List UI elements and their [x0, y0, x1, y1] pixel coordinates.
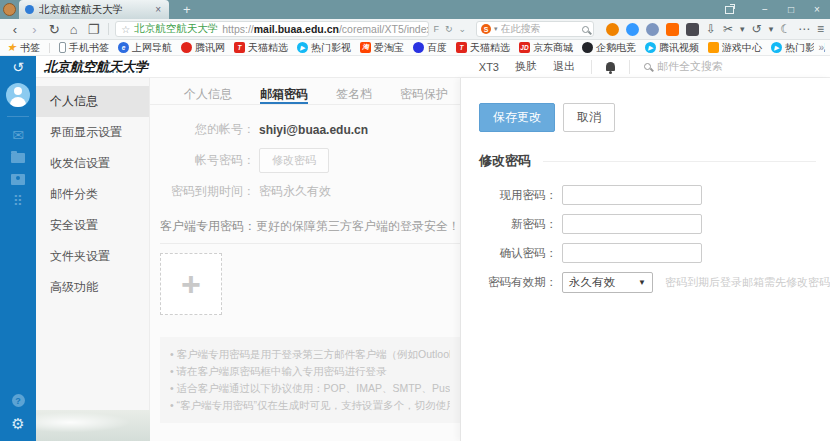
password-row: 帐号密码： 修改密码 — [150, 148, 460, 173]
bookmark-item-taobao[interactable]: 淘爱淘宝 — [360, 41, 404, 55]
bookmark-item-tmall[interactable]: T天猫精选 — [234, 41, 288, 55]
browser-tab[interactable]: 北京航空航天大学 × — [19, 0, 169, 19]
night-mode-moon-icon[interactable]: ☾ — [780, 22, 791, 36]
refresh-icon[interactable]: ↻ — [45, 22, 63, 37]
bookmark-item-penguin-esports[interactable]: 企鹅电竞 — [582, 41, 636, 55]
toolbar-divider — [108, 23, 109, 35]
restore-undo-icon[interactable]: ↺ — [752, 22, 762, 36]
bookmarks-bar: ★书签 手机书签 e上网导航 腾讯网 T天猫精选 ▶热门影视 淘爱淘宝 百度 T… — [0, 40, 830, 56]
tencent-video-favicon: ▶ — [645, 42, 656, 53]
game-center-extension-icon[interactable] — [606, 23, 619, 36]
tmall-favicon: T — [456, 42, 467, 53]
forward-icon[interactable]: › — [26, 22, 44, 37]
notification-bell-icon[interactable] — [606, 62, 615, 71]
favorite-star-icon[interactable]: ☆ — [121, 24, 130, 35]
settings-tabs: 个人信息 邮箱密码 签名档 密码保护 — [150, 78, 460, 105]
search-icon[interactable] — [582, 26, 589, 33]
skin-version-label[interactable]: XT3 — [479, 61, 499, 73]
reading-mode-icon[interactable]: ❐ — [85, 22, 103, 37]
shopping-extension-icon[interactable] — [666, 23, 679, 36]
cancel-button[interactable]: 取消 — [563, 103, 615, 132]
bird-extension-icon[interactable] — [626, 23, 639, 36]
site-name: 北京航空航天大学 — [134, 22, 218, 36]
more-icon[interactable]: ⋯ — [798, 22, 810, 36]
change-skin-link[interactable]: 换肤 — [515, 59, 537, 74]
apps-grid-icon[interactable]: ⠿ — [13, 194, 23, 208]
tab-password-protection[interactable]: 密码保护 — [400, 86, 448, 104]
back-icon[interactable]: ‹ — [6, 22, 24, 37]
tip-line: 适合客户端通过以下协议使用：POP、IMAP、SMTP、Pushmail、Cal… — [170, 380, 450, 397]
bookmarks-divider — [49, 43, 50, 53]
movies-favicon: ▶ — [771, 42, 782, 53]
settings-gear-icon[interactable]: ⚙ — [11, 415, 24, 433]
scissors-caret-icon[interactable]: ▾ — [740, 24, 745, 34]
left-icon-rail: ↺ ✉ ⠿ ? ⚙ — [0, 56, 36, 441]
confirm-password-input[interactable] — [562, 243, 702, 263]
close-window-button[interactable]: × — [804, 4, 830, 15]
bookmark-item-nav[interactable]: e上网导航 — [118, 41, 172, 55]
sidebar-item-security[interactable]: 安全设置 — [36, 210, 149, 241]
back-to-mail-icon[interactable]: ↺ — [12, 59, 24, 75]
download-icon[interactable]: ⇩ — [706, 22, 716, 36]
expire-label: 密码到期时间： — [150, 183, 255, 200]
addr-dropdown-icon[interactable]: ⌄ — [456, 24, 468, 34]
undo-caret-icon[interactable]: ▾ — [769, 24, 774, 34]
minimize-button[interactable]: − — [752, 4, 778, 15]
background-sky-image — [36, 410, 150, 441]
address-bar[interactable]: ☆ 北京航空航天大学 https://mail.buaa.edu.cn/core… — [115, 21, 429, 37]
help-icon[interactable]: ? — [12, 394, 25, 407]
validity-select[interactable]: 永久有效 ▼ — [562, 272, 653, 293]
user-avatar[interactable] — [6, 83, 30, 107]
add-client-password-button[interactable]: + — [160, 253, 222, 315]
qq-extension-icon[interactable] — [646, 23, 659, 36]
maximize-button[interactable]: □ — [778, 4, 804, 15]
current-password-input[interactable] — [562, 185, 702, 205]
save-changes-button[interactable]: 保存更改 — [479, 103, 555, 132]
bookmark-item-bookmarks[interactable]: ★书签 — [6, 41, 40, 55]
new-password-input[interactable] — [562, 214, 702, 234]
toolbar-search-box[interactable]: S ▾ 在此搜索 — [476, 21, 594, 37]
sidebar-item-advanced[interactable]: 高级功能 — [36, 272, 149, 303]
change-password-button[interactable]: 修改密码 — [259, 148, 329, 173]
expire-row: 密码到期时间： 密码永久有效 — [150, 183, 460, 200]
home-icon[interactable]: ⌂ — [65, 22, 83, 37]
tab-mailbox-password[interactable]: 邮箱密码 — [260, 86, 308, 104]
bookmark-item-mobile[interactable]: 手机书签 — [59, 41, 109, 55]
search-engine-caret-icon[interactable]: ▾ — [494, 25, 498, 33]
mail-icon[interactable]: ✉ — [12, 128, 24, 142]
addr-f-icon[interactable]: F — [431, 24, 441, 34]
rail-divider — [7, 116, 29, 117]
new-tab-button[interactable]: + — [179, 2, 195, 17]
current-password-row: 现用密码： — [479, 184, 830, 206]
bookmark-item-qqcom[interactable]: 腾讯网 — [181, 41, 225, 55]
bookmark-item-movies[interactable]: ▶热门影视 — [297, 41, 351, 55]
mail-search-box[interactable]: 邮件全文搜索 — [644, 59, 824, 74]
logout-link[interactable]: 退出 — [553, 59, 575, 74]
addr-refresh-icon[interactable]: ↻ — [443, 24, 455, 34]
bookmark-item-tmall2[interactable]: T天猫精选 — [456, 41, 510, 55]
tab-personal-info[interactable]: 个人信息 — [184, 86, 232, 104]
share-icon[interactable] — [725, 6, 734, 14]
browser-profile-icon[interactable] — [3, 3, 16, 16]
tab-close-icon[interactable]: × — [153, 4, 163, 15]
sidebar-item-mail-sorting[interactable]: 邮件分类 — [36, 179, 149, 210]
sidebar-item-folders[interactable]: 文件夹设置 — [36, 241, 149, 272]
contacts-icon[interactable] — [11, 174, 25, 185]
bookmark-item-tencent-video[interactable]: ▶腾讯视频 — [645, 41, 699, 55]
reader-extension-icon[interactable] — [686, 23, 699, 36]
sidebar-item-send-receive[interactable]: 收发信设置 — [36, 148, 149, 179]
menu-icon[interactable]: ≡ — [817, 22, 824, 36]
bookmark-item-baidu[interactable]: 百度 — [413, 41, 447, 55]
bookmark-item-game-center[interactable]: 游戏中心 — [708, 41, 762, 55]
current-password-label: 现用密码： — [479, 188, 557, 203]
bookmarks-overflow-chevron[interactable]: » — [814, 42, 824, 53]
search-engine-icon[interactable]: S — [481, 24, 491, 34]
folder-icon[interactable] — [11, 153, 25, 163]
screen: 北京航空航天大学 × + − □ × ‹ › ↻ ⌂ ❐ ☆ 北京航空航天大学 … — [0, 0, 830, 441]
bookmark-item-jd[interactable]: JD京东商城 — [519, 41, 573, 55]
sidebar-item-personal-info[interactable]: 个人信息 — [36, 86, 149, 117]
tab-signature[interactable]: 签名档 — [336, 86, 372, 104]
tip-line: 请在客户端原密码框中输入专用密码进行登录 — [170, 363, 450, 380]
sidebar-item-display[interactable]: 界面显示设置 — [36, 117, 149, 148]
screenshot-scissors-icon[interactable]: ✂ — [723, 22, 733, 36]
